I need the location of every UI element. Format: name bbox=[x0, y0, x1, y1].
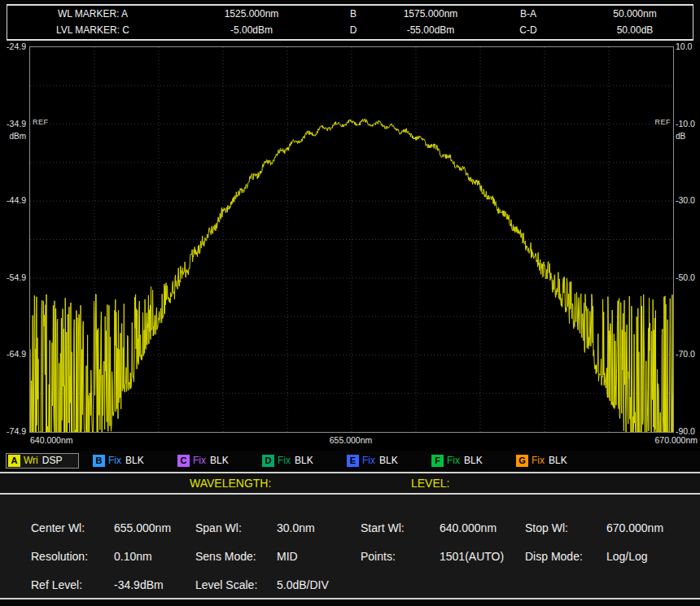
trace-d-state: BLK bbox=[295, 455, 313, 466]
sens-mode-label: Sens Mode: bbox=[195, 550, 277, 563]
stop-wl-value: 670.000nm bbox=[606, 521, 689, 534]
level-header: LEVEL: bbox=[411, 477, 449, 490]
sens-mode-value: MID bbox=[277, 550, 361, 563]
trace-f-mode: Fix bbox=[447, 455, 460, 466]
settings-panel: Center Wl: 655.000nm Span Wl: 30.0nm Sta… bbox=[0, 495, 700, 599]
stop-wl-label: Stop Wl: bbox=[525, 521, 606, 534]
spectrum-trace bbox=[30, 47, 673, 432]
trace-b-state: BLK bbox=[125, 455, 144, 466]
trace-b-mode: Fix bbox=[108, 455, 121, 466]
trace-f-badge: F bbox=[431, 455, 444, 467]
trace-b-badge: B bbox=[93, 455, 105, 467]
center-wl-label: Center Wl: bbox=[31, 521, 114, 534]
trace-g-mode: Fix bbox=[532, 455, 545, 466]
right-axis-labels: 10.0 -10.0 -30.0 -50.0 -70.0 -90.0 bbox=[676, 41, 700, 437]
y-axis-label: -64.9 bbox=[0, 348, 26, 360]
y-axis-label: -50.0 bbox=[676, 272, 700, 283]
trace-item-c[interactable]: C Fix BLK bbox=[176, 454, 247, 468]
trace-f-state: BLK bbox=[464, 455, 483, 466]
ref-level-value: -34.9dBm bbox=[114, 578, 195, 591]
trace-g-badge: G bbox=[516, 455, 528, 467]
y-axis-label: -34.9 bbox=[0, 118, 26, 129]
lvl-marker-row: LVL MARKER: C -5.00dBm D -55.00dBm C-D 5… bbox=[7, 23, 693, 38]
section-headers: WAVELENGTH: LEVEL: bbox=[0, 472, 700, 495]
x-axis-start-label: 640.000nm bbox=[30, 435, 73, 445]
marker-bar: WL MARKER: A 1525.000nm B 1575.000nm B-A… bbox=[7, 4, 693, 41]
trace-e-mode: Fix bbox=[362, 455, 375, 466]
lvl-marker-d-value: -55.00dBm bbox=[382, 23, 479, 38]
wavelength-header: WAVELENGTH: bbox=[190, 477, 271, 490]
trace-c-badge: C bbox=[177, 455, 190, 467]
trace-item-a[interactable]: A Wri DSP bbox=[7, 454, 78, 468]
trace-a-badge: A bbox=[8, 455, 20, 467]
trace-c-mode: Fix bbox=[193, 455, 206, 466]
level-scale-value: 5.0dB/DIV bbox=[277, 578, 361, 591]
trace-item-g[interactable]: G Fix BLK bbox=[514, 454, 586, 468]
resolution-label: Resolution: bbox=[31, 550, 114, 563]
center-wl-value: 655.000nm bbox=[114, 521, 195, 534]
lvl-marker-d-label: D bbox=[325, 23, 382, 38]
start-wl-value: 640.000nm bbox=[440, 521, 525, 534]
trace-item-e[interactable]: E Fix BLK bbox=[345, 454, 417, 468]
right-axis-unit: dB bbox=[676, 132, 685, 141]
wl-marker-b-value: 1575.000nm bbox=[382, 7, 479, 22]
x-axis-stop-label: 670.000nm bbox=[654, 435, 698, 445]
trace-legend: A Wri DSP B Fix BLK C Fix BLK D Fix BLK … bbox=[7, 452, 599, 469]
wl-marker-diff-value: 50.000nm bbox=[577, 7, 693, 22]
wl-marker-a-value: 1525.000nm bbox=[178, 7, 325, 22]
y-axis-label: 10.0 bbox=[676, 41, 700, 52]
left-axis-unit: dBm bbox=[0, 132, 26, 141]
trace-g-state: BLK bbox=[549, 455, 567, 466]
y-axis-label: -54.9 bbox=[0, 272, 26, 283]
trace-a-mode: Wri bbox=[24, 455, 38, 466]
resolution-value: 0.10nm bbox=[114, 550, 195, 563]
ref-marker-right: REF bbox=[655, 118, 672, 126]
span-wl-label: Span Wl: bbox=[195, 521, 277, 534]
settings-grid: Center Wl: 655.000nm Span Wl: 30.0nm Sta… bbox=[31, 513, 689, 599]
lvl-marker-c-value: -5.00dBm bbox=[178, 23, 325, 38]
y-axis-label: -30.0 bbox=[676, 194, 700, 206]
points-label: Points: bbox=[361, 550, 440, 563]
disp-mode-label: Disp Mode: bbox=[525, 550, 606, 563]
trace-item-f[interactable]: F Fix BLK bbox=[430, 454, 501, 468]
plot-area[interactable]: REF REF bbox=[29, 46, 674, 433]
wl-marker-label: WL MARKER: A bbox=[7, 7, 178, 22]
trace-d-mode: Fix bbox=[278, 455, 291, 466]
points-value: 1501(AUTO) bbox=[440, 550, 525, 563]
trace-c-state: BLK bbox=[210, 455, 229, 466]
trace-item-b[interactable]: B Fix BLK bbox=[91, 454, 163, 468]
y-axis-label: -24.9 bbox=[0, 41, 26, 52]
wl-marker-b-label: B bbox=[325, 7, 382, 22]
osa-screen: WL MARKER: A 1525.000nm B 1575.000nm B-A… bbox=[0, 0, 700, 606]
ref-level-label: Ref Level: bbox=[31, 578, 114, 591]
span-wl-value: 30.0nm bbox=[277, 521, 361, 534]
start-wl-label: Start Wl: bbox=[361, 521, 440, 534]
ref-marker-left: REF bbox=[33, 118, 49, 126]
y-axis-label: -74.9 bbox=[0, 425, 26, 437]
trace-e-state: BLK bbox=[379, 455, 398, 466]
x-axis-center-label: 655.000nm bbox=[330, 435, 373, 445]
wl-marker-diff-label: B-A bbox=[479, 7, 577, 22]
trace-a-state: DSP bbox=[42, 455, 63, 466]
trace-item-d[interactable]: D Fix BLK bbox=[260, 454, 332, 468]
y-axis-label: -70.0 bbox=[676, 348, 700, 360]
left-axis-labels: -24.9 -34.9 -44.9 -54.9 -64.9 -74.9 bbox=[0, 41, 26, 437]
x-axis-labels: 640.000nm 655.000nm 670.000nm bbox=[29, 435, 672, 447]
lvl-marker-diff-value: 50.00dB bbox=[577, 23, 693, 38]
level-scale-label: Level Scale: bbox=[195, 578, 277, 591]
lvl-marker-diff-label: C-D bbox=[479, 23, 577, 38]
lvl-marker-label: LVL MARKER: C bbox=[7, 23, 178, 38]
spectrum-chart: -24.9 -34.9 -44.9 -54.9 -64.9 -74.9 dBm … bbox=[0, 42, 700, 451]
y-axis-label: -10.0 bbox=[676, 118, 700, 129]
disp-mode-value: Log/Log bbox=[606, 550, 689, 563]
trace-d-badge: D bbox=[262, 455, 274, 467]
wl-marker-row: WL MARKER: A 1525.000nm B 1575.000nm B-A… bbox=[7, 7, 693, 22]
y-axis-label: -44.9 bbox=[0, 194, 26, 206]
trace-e-badge: E bbox=[347, 455, 359, 467]
